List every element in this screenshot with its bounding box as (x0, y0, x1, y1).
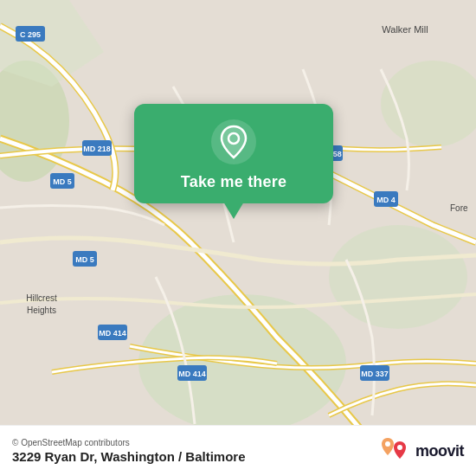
svg-text:MD 414: MD 414 (99, 329, 126, 338)
moovit-logo-text: moovit (415, 442, 464, 460)
svg-text:MD 337: MD 337 (361, 370, 389, 378)
bottom-bar: © OpenStreetMap contributors 3229 Ryan D… (0, 425, 476, 476)
svg-text:Heights: Heights (27, 306, 56, 315)
svg-point-30 (385, 441, 390, 447)
svg-text:Hillcrest: Hillcrest (26, 293, 57, 303)
svg-text:Fore: Fore (450, 203, 468, 213)
svg-point-31 (397, 445, 402, 450)
svg-text:MD 5: MD 5 (75, 255, 94, 264)
location-pin-icon (211, 119, 256, 164)
address-label: 3229 Ryan Dr, Washington / Baltimore (12, 449, 246, 464)
svg-point-2 (329, 225, 467, 329)
osm-attribution: © OpenStreetMap contributors (12, 438, 246, 447)
svg-text:C 295: C 295 (20, 30, 41, 39)
map-container: MD 218 MD 5 MD 458 MD 4 MD 5 MD 414 MD 4… (0, 0, 476, 476)
take-me-there-button[interactable]: Take me there (181, 173, 286, 191)
address-section: © OpenStreetMap contributors 3229 Ryan D… (12, 438, 246, 464)
svg-text:Walker Mill: Walker Mill (382, 24, 428, 35)
moovit-logo: moovit (379, 434, 464, 467)
svg-text:MD 218: MD 218 (83, 145, 111, 153)
moovit-logo-icon (379, 434, 412, 467)
svg-text:MD 5: MD 5 (53, 177, 72, 186)
svg-text:MD 414: MD 414 (178, 370, 206, 378)
take-me-there-popup[interactable]: Take me there (134, 104, 333, 203)
svg-text:MD 4: MD 4 (376, 196, 396, 204)
